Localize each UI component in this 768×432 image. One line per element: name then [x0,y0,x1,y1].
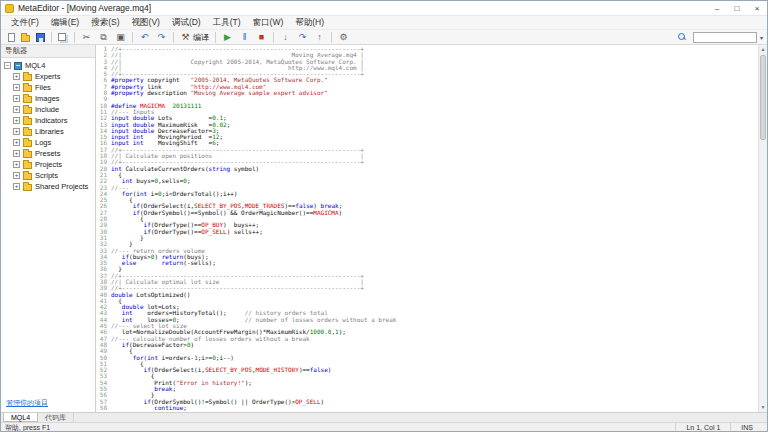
vertical-scrollbar[interactable]: ▲ ▼ [758,45,767,412]
expander-icon[interactable]: + [13,139,20,146]
expander-icon[interactable]: + [13,150,20,157]
menu-tools[interactable]: 工具(T) [207,16,247,29]
debug-start-icon: ▶ [222,32,233,43]
debug-start-button[interactable]: ▶ [219,31,236,44]
expander-icon[interactable]: − [4,62,11,69]
settings-icon: ⚙ [338,32,349,43]
folder-icon [23,173,32,180]
navigator-panel: 导航器 −MQL4+Experts+Files+Images+Include+I… [1,45,96,412]
navigator-tree: −MQL4+Experts+Files+Images+Include+Indic… [1,58,95,388]
compile-icon: ⚒ [180,32,191,43]
tab-mql4[interactable]: MQL4 [3,413,38,422]
code-text: else return(-sells); [111,260,216,266]
expander-icon[interactable]: + [13,183,20,190]
minimize-button[interactable]: – [707,1,727,15]
status-help-text: 帮助, press F1 [5,423,675,432]
sidebar-item-label: Presets [35,149,60,158]
sidebar-item-indicators[interactable]: +Indicators [1,115,95,126]
step-into-icon: ↓ [280,32,291,43]
sidebar-item-presets[interactable]: +Presets [1,148,95,159]
sidebar-item-label: Libraries [35,127,64,136]
sidebar-item-include[interactable]: +Include [1,104,95,115]
cut-icon: ✂ [81,32,92,43]
menu-debug[interactable]: 调试(D) [166,16,207,29]
folder-icon [23,129,32,136]
sidebar-item-shared-projects[interactable]: +Shared Projects [1,181,95,192]
sidebar-item-logs[interactable]: +Logs [1,137,95,148]
maximize-button[interactable]: □ [727,1,747,15]
open-file-button[interactable] [18,31,33,44]
save-icon [36,33,45,42]
expander-icon[interactable]: + [13,95,20,102]
step-into-button[interactable]: ↓ [277,31,294,44]
profiles-icon [58,33,66,41]
search-dropdown-icon[interactable]: ▾ [760,34,763,41]
menu-view[interactable]: 视图(V) [126,16,166,29]
sidebar-item-mql4[interactable]: −MQL4 [1,60,95,71]
debug-pause-button[interactable]: ‖ [236,31,253,44]
toolbar-separator [331,32,332,43]
debug-stop-button[interactable]: ■ [253,31,270,44]
cut-button[interactable]: ✂ [78,31,95,44]
folder-icon [23,140,32,147]
toolbar: ✂⧉▣↶↷⚒编译▶‖■↓↷↑⚙ ▾ [1,30,767,45]
sidebar-item-projects[interactable]: +Projects [1,159,95,170]
menu-help[interactable]: 帮助(H) [289,16,330,29]
undo-button[interactable]: ↶ [136,31,153,44]
title-bar: MetaEditor - [Moving Average.mq4] – □ × [1,1,767,16]
menu-window[interactable]: 窗口(W) [247,16,290,29]
expander-icon[interactable]: + [13,84,20,91]
code-editor[interactable]: 1//+------------------------------------… [96,45,767,412]
copy-button[interactable]: ⧉ [95,31,112,44]
redo-button[interactable]: ↷ [153,31,170,44]
sidebar-item-scripts[interactable]: +Scripts [1,170,95,181]
settings-button[interactable]: ⚙ [335,31,352,44]
new-file-button[interactable] [5,31,18,44]
expander-icon[interactable]: + [13,161,20,168]
manage-projects-link[interactable]: 管理你的项目 [6,399,48,406]
sidebar-item-libraries[interactable]: +Libraries [1,126,95,137]
sidebar-item-label: Scripts [35,171,58,180]
toolbar-separator [51,32,52,43]
step-over-button[interactable]: ↷ [294,31,311,44]
main-area: 导航器 −MQL4+Experts+Files+Images+Include+I… [1,45,767,412]
scrollbar-thumb[interactable] [760,55,766,140]
folder-icon [23,85,32,92]
expander-icon[interactable]: + [13,172,20,179]
metaeditor-logo-icon [5,4,14,13]
sidebar-item-images[interactable]: +Images [1,93,95,104]
expander-icon[interactable]: + [13,106,20,113]
expander-icon[interactable]: + [13,128,20,135]
toolbar-separator [215,32,216,43]
expander-icon[interactable]: + [13,73,20,80]
code-lines: 1//+------------------------------------… [96,46,758,412]
search-input[interactable] [693,32,757,43]
menu-edit[interactable]: 编辑(E) [45,16,85,29]
sidebar-item-label: Files [35,83,51,92]
sidebar-item-label: Logs [35,138,51,147]
menu-file[interactable]: 文件(F) [5,16,45,29]
close-button[interactable]: × [747,1,767,15]
tab-codebase[interactable]: 代码库 [38,413,74,422]
sidebar-item-files[interactable]: +Files [1,82,95,93]
toolbar-separator [173,32,174,43]
scroll-up-icon[interactable]: ▲ [759,45,767,54]
compile-button[interactable]: ⚒编译 [177,31,212,44]
open-file-icon [21,35,30,42]
window-title: MetaEditor - [Moving Average.mq4] [18,3,707,13]
profiles-button[interactable] [55,31,71,44]
sidebar-item-experts[interactable]: +Experts [1,71,95,82]
insert-mode-indicator: INS [730,423,763,432]
toolbar-separator [273,32,274,43]
menu-search[interactable]: 搜索(S) [85,16,125,29]
sidebar-item-label: Images [35,94,60,103]
step-out-button[interactable]: ↑ [311,31,328,44]
toolbar-separator [74,32,75,43]
code-text: double LotsOptimized() [111,292,190,298]
quick-search-button[interactable] [675,31,690,44]
cursor-position: Ln 1, Col 1 [675,423,730,432]
save-button[interactable] [33,31,48,44]
scroll-down-icon[interactable]: ▼ [759,403,767,412]
paste-button[interactable]: ▣ [112,31,129,44]
expander-icon[interactable]: + [13,117,20,124]
